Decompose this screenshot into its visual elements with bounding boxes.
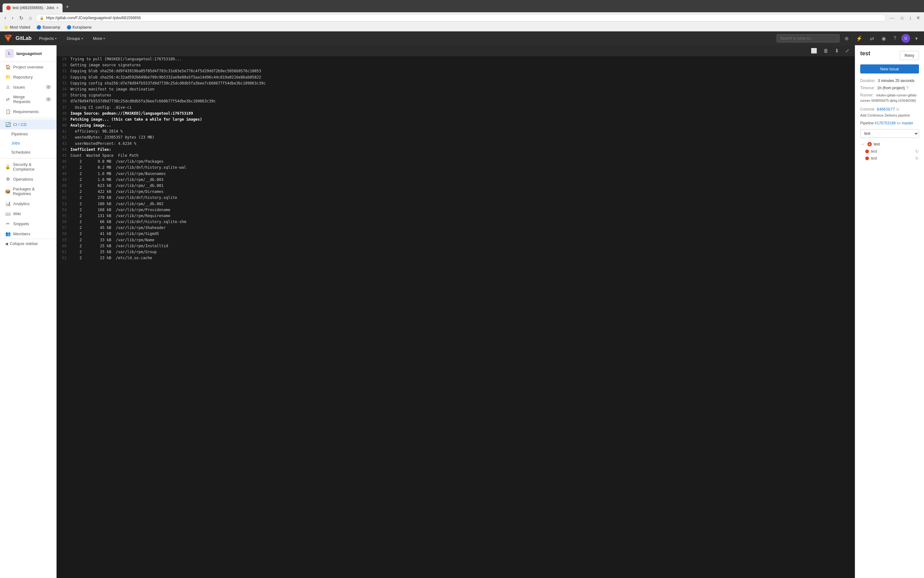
- commit-section: Commit 84065b77 ⧉ Add Continious Deliver…: [860, 107, 919, 117]
- settings-button[interactable]: ▾: [913, 34, 920, 43]
- log-line-text: 2 8.2 MB /var/lib/dnf/history.sqlite-wal: [70, 165, 186, 170]
- tab-close-button[interactable]: ×: [56, 5, 59, 10]
- sidebar-item-operations[interactable]: ⚙ Operations: [0, 174, 56, 184]
- issues-button[interactable]: ◉: [879, 34, 888, 43]
- back-button[interactable]: ‹: [3, 15, 8, 21]
- gitlab-logo[interactable]: GitLab: [4, 34, 31, 43]
- sidebar-item-issues[interactable]: ⚠ Issues 0: [0, 82, 56, 92]
- log-line-number: 46: [59, 159, 70, 165]
- sidebar-item-analytics[interactable]: 📊 Analytics: [0, 198, 56, 209]
- requirements-icon: 📋: [5, 109, 11, 114]
- sidebar-item-security-compliance[interactable]: 🔒 Security & Compliance: [0, 159, 56, 174]
- log-line-text: 2 23 kB /etc/ld.so.cache: [70, 255, 152, 261]
- top-nav-right: ⊕ ⚡ ⇄ ◉ ? U ▾: [777, 34, 920, 43]
- pipeline-flow: → ● test test ↻ test ↻: [860, 142, 919, 161]
- sidebar-item-requirements[interactable]: 📋 Requirements: [0, 107, 56, 117]
- home-button[interactable]: ⌂: [27, 15, 34, 21]
- right-panel: test Retry New issue Duration: 3 minutes…: [855, 45, 924, 578]
- log-scroll-bottom-button[interactable]: ⬇: [833, 47, 841, 54]
- menu-button[interactable]: ≡: [915, 15, 921, 21]
- sidebar-item-snippets[interactable]: ✂ Snippets: [0, 219, 56, 229]
- browser-actions: ⋯ ☆ ↓ ≡: [888, 15, 921, 22]
- log-line: 53 2 180 kB /var/lib/rpm/__db.002: [57, 201, 855, 207]
- help-button[interactable]: ?: [891, 34, 899, 42]
- log-line: 38Image Source: podman://[MASKED]/langua…: [57, 110, 855, 117]
- user-avatar[interactable]: U: [901, 34, 910, 43]
- job-item-1: test ↻: [865, 156, 919, 161]
- collapse-sidebar-button[interactable]: ◀ Collapse sidebar: [0, 239, 56, 248]
- sidebar-subitem-jobs[interactable]: Jobs: [0, 138, 56, 148]
- download-button[interactable]: ↓: [907, 15, 914, 21]
- log-line-number: 38: [59, 110, 70, 117]
- log-line-text: Trying to pull [MASKED]/languagetool:176…: [70, 56, 182, 62]
- sidebar-item-members[interactable]: 👥 Members: [0, 229, 56, 239]
- sidebar-subitem-schedules[interactable]: Schedules: [0, 148, 56, 157]
- merge-request-button[interactable]: ⇄: [867, 34, 877, 43]
- commit-hash-link[interactable]: 84065b77: [877, 107, 895, 112]
- pipeline-stage-row: → ● test: [860, 142, 919, 146]
- projects-menu[interactable]: Projects ▾: [36, 35, 59, 42]
- pipeline-stage-select[interactable]: test: [860, 129, 919, 138]
- copy-commit-button[interactable]: ⧉: [896, 107, 899, 112]
- forward-button[interactable]: ›: [10, 15, 15, 21]
- sidebar-item-project-overview[interactable]: 🏠 Project overview: [0, 62, 56, 72]
- job-log[interactable]: ⬜ 🗑 ⬇ ⤢ 29Trying to pull [MASKED]/langua…: [57, 45, 855, 578]
- new-issue-button[interactable]: New issue: [860, 64, 919, 73]
- sidebar-item-repository[interactable]: 📁 Repository: [0, 72, 56, 82]
- reload-button[interactable]: ↻: [17, 15, 25, 22]
- activity-button[interactable]: ⚡: [854, 34, 865, 43]
- sidebar-item-wiki[interactable]: 📖 Wiki: [0, 209, 56, 219]
- sidebar-item-packages-registries[interactable]: 📦 Packages & Registries: [0, 184, 56, 198]
- log-fullscreen-button[interactable]: ⤢: [843, 47, 851, 54]
- org-icon: L: [5, 49, 14, 58]
- extensions-button[interactable]: ⋯: [888, 15, 897, 22]
- log-line: 34Writing manifest to image destination: [57, 86, 855, 93]
- groups-menu[interactable]: Groups ▾: [64, 35, 86, 42]
- log-line: 59 2 33 kB /var/lib/rpm/Name: [57, 237, 855, 243]
- create-button[interactable]: ⊕: [842, 34, 851, 43]
- more-menu[interactable]: More ▾: [91, 35, 108, 42]
- log-line-number: 50: [59, 183, 70, 189]
- log-line-number: 37: [59, 105, 70, 110]
- bookmark-most-visited[interactable]: ⭐ Most Visited: [3, 24, 31, 30]
- log-line: 49 2 1.6 MB /var/lib/rpm/__db.003: [57, 177, 855, 183]
- pipeline-branch-link[interactable]: master: [902, 121, 913, 125]
- global-search-input[interactable]: [777, 34, 839, 42]
- log-line-text: d7e78d94fb5537d9d7730c25dcd0db5fa3bee7c6…: [70, 98, 216, 104]
- log-line-text: 2 623 kB /var/lib/rpm/__db.001: [70, 183, 163, 189]
- log-line: 42 wastedBytes: 23305357 bytes (23 MB): [57, 135, 855, 140]
- sidebar-separator-1: [0, 118, 56, 118]
- log-line: 35Storing signatures: [57, 93, 855, 98]
- new-tab-button[interactable]: +: [63, 2, 72, 12]
- job-retry-button-0[interactable]: ↻: [915, 149, 919, 154]
- retry-button[interactable]: Retry: [900, 51, 919, 60]
- log-line: 62 2 23 kB /etc/ld.so.cache: [57, 255, 855, 261]
- log-line-text: Copying blob sha256:4c32ad592b649be799c9…: [70, 75, 261, 80]
- job-item-0: test ↻: [865, 149, 919, 154]
- log-line-number: 34: [59, 86, 70, 93]
- sidebar-item-merge-requests[interactable]: ⇄ Merge Requests 0: [0, 92, 56, 107]
- log-raw-button[interactable]: ⬜: [809, 47, 819, 54]
- job-retry-button-1[interactable]: ↻: [915, 156, 919, 161]
- log-line-number: 45: [59, 153, 70, 159]
- pipeline-id-link[interactable]: #176753189: [875, 121, 896, 125]
- address-bar[interactable]: 🔒 https://gitlab.com/FJCorp/languagetool…: [36, 14, 886, 22]
- log-line-number: 48: [59, 171, 70, 177]
- bookmark-kursplaene[interactable]: 🔵 Kursplaene: [65, 24, 93, 30]
- bookmark-basecamp[interactable]: 🔵 Basecamp: [35, 24, 62, 30]
- help-icon[interactable]: ?: [906, 86, 908, 90]
- log-line: 56 2 66 kB /var/lib/dnf/history.sqlite-s…: [57, 219, 855, 225]
- sidebar-item-ci-cd[interactable]: 🔄 CI / CD: [0, 119, 56, 130]
- bookmark-button[interactable]: ☆: [898, 15, 906, 22]
- log-line-number: 60: [59, 243, 70, 249]
- log-line: 31Copying blob sha256:dd9f43919ba05f05d4…: [57, 68, 855, 74]
- groups-label: Groups: [67, 36, 80, 41]
- log-line: 30Getting image source signatures: [57, 62, 855, 68]
- sidebar-subitem-pipelines[interactable]: Pipelines: [0, 130, 56, 138]
- log-line-number: 58: [59, 231, 70, 237]
- browser-toolbar: ‹ › ↻ ⌂ 🔒 https://gitlab.com/FJCorp/lang…: [0, 12, 924, 24]
- main-layout: L languagetool 🏠 Project overview 📁 Repo…: [0, 45, 924, 578]
- log-lines-container: 29Trying to pull [MASKED]/languagetool:1…: [57, 56, 855, 261]
- active-tab[interactable]: test (#681556656) · Jobs ×: [3, 3, 63, 12]
- log-erase-button[interactable]: 🗑: [822, 47, 830, 54]
